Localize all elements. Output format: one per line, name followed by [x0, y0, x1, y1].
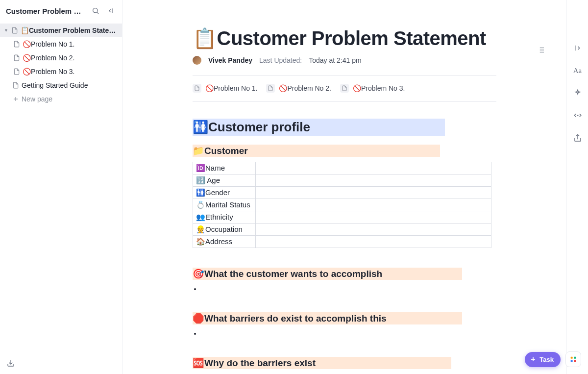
child-link-label: 🚫Problem No 2.: [279, 84, 331, 92]
cell-val[interactable]: [256, 175, 491, 187]
ai-sparkle-icon[interactable]: [571, 86, 585, 100]
cell-val[interactable]: [256, 211, 491, 224]
page-icon: [193, 84, 201, 93]
cell-key[interactable]: 👥Ethnicity: [193, 211, 256, 224]
sidebar-header: Customer Problem Statement: [0, 0, 122, 22]
page-icon: [340, 84, 349, 93]
cell-key[interactable]: 🏠Address: [193, 236, 256, 248]
floating-actions: Task: [525, 351, 581, 367]
table-row: 🚻Gender: [193, 187, 491, 199]
tree-item-problem-3[interactable]: 🚫Problem No 3.: [0, 65, 122, 78]
main: 📋Customer Problem Statement Vivek Pandey…: [122, 0, 588, 374]
cell-val[interactable]: [256, 199, 491, 211]
integrations-icon[interactable]: [571, 109, 585, 123]
page-icon: [13, 68, 21, 75]
child-link-problem-3[interactable]: 🚫Problem No 3.: [340, 84, 405, 93]
svg-rect-20: [574, 360, 576, 362]
child-link-label: 🚫Problem No 3.: [353, 84, 405, 92]
new-page-button[interactable]: New page: [0, 92, 122, 106]
page-title[interactable]: 📋Customer Problem Statement: [193, 27, 496, 49]
heading-why-barriers[interactable]: 🆘Why do the barriers exist: [193, 357, 451, 369]
tree-item-label: 📋Customer Problem Statement: [21, 26, 118, 34]
customer-profile-table[interactable]: 🆔Name 🔢 Age 🚻Gender 💍Marital Status 👥Eth…: [193, 162, 491, 248]
tree-item-customer-problem-statement[interactable]: ▼ 📋Customer Problem Statement: [0, 24, 122, 37]
cell-key[interactable]: 💍Marital Status: [193, 199, 256, 211]
svg-rect-17: [571, 357, 573, 359]
cell-val[interactable]: [256, 162, 491, 175]
accomplish-list[interactable]: [201, 285, 496, 293]
task-button-label: Task: [539, 356, 554, 363]
tree-item-problem-1[interactable]: 🚫Problem No 1.: [0, 37, 122, 51]
child-page-links: 🚫Problem No 1. 🚫Problem No 2. 🚫Problem N…: [193, 84, 496, 93]
page-icon: [12, 82, 20, 89]
page-icon: [13, 54, 21, 61]
typography-icon[interactable]: Aa: [571, 64, 585, 77]
page-tree: ▼ 📋Customer Problem Statement 🚫Problem N…: [0, 22, 122, 352]
page-icon: [13, 41, 21, 48]
sidebar-title: Customer Problem Statement: [6, 7, 86, 15]
caret-down-icon[interactable]: ▼: [3, 28, 9, 33]
svg-rect-18: [574, 357, 576, 359]
search-icon[interactable]: [90, 5, 101, 17]
author-name[interactable]: Vivek Pandey: [208, 56, 252, 64]
table-row: 🏠Address: [193, 236, 491, 248]
byline: Vivek Pandey Last Updated: Today at 2:41…: [193, 56, 496, 65]
outline-toggle-icon[interactable]: [535, 44, 547, 56]
cell-val[interactable]: [256, 224, 491, 236]
tree-item-label: 🚫Problem No 3.: [23, 68, 74, 75]
tree-item-label: 🚫Problem No 2.: [23, 54, 74, 62]
expand-panel-icon[interactable]: [571, 41, 585, 55]
collapse-sidebar-icon[interactable]: [105, 5, 117, 17]
share-icon[interactable]: [571, 131, 585, 145]
sidebar-footer: [0, 352, 122, 374]
tree-item-problem-2[interactable]: 🚫Problem No 2.: [0, 51, 122, 65]
divider: [193, 101, 496, 102]
tree-item-getting-started[interactable]: Getting Started Guide: [0, 78, 122, 92]
heading-accomplish[interactable]: 🎯What the customer wants to accomplish: [193, 268, 462, 280]
child-link-problem-1[interactable]: 🚫Problem No 1.: [193, 84, 257, 93]
cell-key[interactable]: 👷Occupation: [193, 224, 256, 236]
avatar[interactable]: [193, 56, 201, 65]
cell-key[interactable]: 🆔Name: [193, 162, 256, 175]
table-row: 💍Marital Status: [193, 199, 491, 211]
cell-key[interactable]: 🚻Gender: [193, 187, 256, 199]
svg-line-1: [97, 12, 98, 14]
svg-rect-19: [571, 360, 573, 362]
sidebar: Customer Problem Statement ▼ 📋Customer P…: [0, 0, 122, 374]
svg-point-0: [93, 8, 98, 13]
document: 📋Customer Problem Statement Vivek Pandey…: [183, 0, 506, 374]
table-row: 👷Occupation: [193, 224, 491, 236]
plus-icon: [12, 96, 20, 102]
list-item[interactable]: [201, 329, 496, 337]
page-icon: [266, 84, 275, 93]
apps-grid-icon[interactable]: [565, 351, 581, 367]
page-icon: [11, 27, 19, 34]
barriers-list[interactable]: [201, 329, 496, 337]
import-icon[interactable]: [5, 357, 17, 369]
tree-item-label: Getting Started Guide: [22, 81, 88, 89]
content-scroll[interactable]: 📋Customer Problem Statement Vivek Pandey…: [122, 0, 566, 374]
divider: [193, 75, 496, 76]
updated-value: Today at 2:41 pm: [309, 56, 361, 64]
cell-val[interactable]: [256, 236, 491, 248]
new-page-label: New page: [22, 95, 52, 103]
right-rail: Aa: [566, 0, 588, 374]
table-row: 🆔Name: [193, 162, 491, 175]
heading-customer-profile[interactable]: 🚻Customer profile: [193, 119, 445, 136]
child-link-problem-2[interactable]: 🚫Problem No 2.: [266, 84, 331, 93]
new-task-button[interactable]: Task: [525, 352, 561, 367]
heading-barriers[interactable]: 🛑What barriers do exist to accomplish th…: [193, 312, 462, 324]
table-row: 🔢 Age: [193, 175, 491, 187]
list-item[interactable]: [201, 285, 496, 293]
child-link-label: 🚫Problem No 1.: [205, 84, 257, 92]
heading-customer[interactable]: 📁Customer: [193, 145, 440, 157]
table-row: 👥Ethnicity: [193, 211, 491, 224]
cell-val[interactable]: [256, 187, 491, 199]
cell-key[interactable]: 🔢 Age: [193, 175, 256, 187]
tree-item-label: 🚫Problem No 1.: [23, 40, 74, 48]
updated-label: Last Updated:: [259, 56, 302, 64]
